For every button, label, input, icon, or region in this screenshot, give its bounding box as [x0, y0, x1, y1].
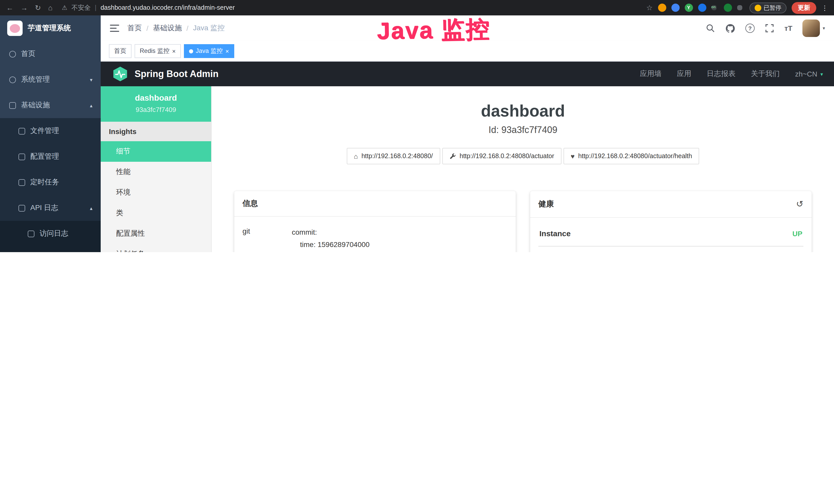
cards-right-column: 健康 ↺ Instance UP: [530, 191, 812, 252]
health-status-badge: UP: [792, 229, 803, 237]
sidebar-item-system-management[interactable]: 系统管理 ▾: [0, 67, 101, 92]
browser-menu-icon[interactable]: ⋮: [821, 4, 828, 12]
chevron-up-icon: ▴: [90, 102, 92, 108]
home-icon: ⌂: [354, 153, 358, 159]
sidebar-item-home[interactable]: 首页: [0, 41, 101, 67]
url-text: dashboard.yudao.iocoder.cn/infra/admin-s…: [101, 4, 235, 11]
sidebar-toggle-icon[interactable]: [110, 25, 119, 32]
sidebar-item-api-log[interactable]: API 日志 ▴: [0, 195, 101, 221]
breadcrumb-section[interactable]: 基础设施: [153, 24, 182, 33]
tab-home[interactable]: 首页: [109, 44, 132, 58]
sba-section-insights: Insights: [101, 122, 211, 141]
screen: ← → ↻ ⌂ ⚠ 不安全 | dashboard.yudao.iocoder.…: [0, 0, 834, 252]
github-icon[interactable]: [725, 23, 735, 33]
cards-left-column: 信息 git commit: time: 1596289704000 id: 2…: [234, 191, 516, 252]
sba-item-scheduled-tasks[interactable]: 计划任务: [101, 244, 211, 252]
sba-main: dashboard Id: 93a3fc7f7409 ⌂ http://192.…: [212, 86, 834, 252]
pig-logo-icon: [7, 21, 23, 36]
back-icon[interactable]: ←: [6, 4, 13, 12]
schedule-icon: [19, 179, 25, 186]
user-menu[interactable]: ▾: [803, 20, 825, 37]
help-icon[interactable]: ?: [745, 24, 755, 33]
health-url-link[interactable]: ♥ http://192.168.0.2:48080/actuator/heal…: [564, 148, 699, 164]
sba-item-classes[interactable]: 类: [101, 203, 211, 223]
instance-links: ⌂ http://192.168.0.2:48080/ http://192.1…: [234, 148, 812, 164]
infrastructure-icon: [9, 102, 16, 109]
chevron-down-icon: ▾: [820, 71, 823, 77]
forward-icon[interactable]: →: [21, 4, 28, 12]
menu-label: API 日志: [30, 203, 58, 212]
admin-header: 首页 / 基础设施 / Java 监控 ?: [101, 16, 834, 41]
sidebar-item-file-management[interactable]: 文件管理: [0, 118, 101, 144]
header-actions: ? тT ▾: [706, 20, 825, 37]
sba-brand-title[interactable]: Spring Boot Admin: [135, 69, 219, 79]
sba-nav-about[interactable]: 关于我们: [751, 69, 780, 78]
menu-label: 定时任务: [30, 178, 59, 187]
menu-label: 配置管理: [30, 152, 59, 161]
actuator-url-link[interactable]: http://192.168.0.2:48080/actuator: [442, 148, 561, 164]
browser-toolbar-right: ☆ Y on 已暂停 更新 ⋮: [646, 2, 828, 14]
update-button[interactable]: 更新: [792, 2, 816, 14]
sba-item-metrics[interactable]: 性能: [101, 162, 211, 182]
chevron-up-icon: ▴: [90, 205, 92, 211]
service-url-link[interactable]: ⌂ http://192.168.0.2:48080/: [347, 148, 440, 164]
chevron-down-icon: ▾: [823, 26, 825, 31]
breadcrumb: 首页 / 基础设施 / Java 监控: [127, 24, 225, 33]
extension-icon-on[interactable]: on: [711, 5, 716, 10]
gear-icon: [9, 76, 16, 83]
reload-icon[interactable]: ↻: [35, 4, 41, 12]
sidebar-item-config-management[interactable]: 配置管理: [0, 144, 101, 169]
app-logo[interactable]: 芋道管理系统: [0, 16, 101, 41]
bookmark-star-icon[interactable]: ☆: [646, 4, 653, 12]
tab-redis-monitor[interactable]: Redis 监控 ×: [135, 44, 181, 58]
extension-icon-leaf[interactable]: [724, 4, 732, 12]
heartbeat-icon: ♥: [571, 153, 575, 159]
close-icon[interactable]: ×: [172, 47, 176, 55]
health-instance-row[interactable]: Instance UP: [539, 227, 804, 247]
sidebar-item-infrastructure[interactable]: 基础设施 ▴: [0, 92, 101, 118]
admin-sidebar: 芋道管理系统 首页 系统管理 ▾ 基础设施 ▴ 文件管理: [0, 16, 101, 252]
extension-icon-orange[interactable]: [658, 4, 666, 12]
sba-item-details[interactable]: 细节: [101, 141, 211, 162]
extension-icon-pin[interactable]: [671, 4, 679, 12]
sidebar-item-error-log[interactable]: 错误日志: [0, 247, 101, 252]
address-bar[interactable]: ⚠ 不安全 | dashboard.yudao.iocoder.cn/infra…: [62, 3, 235, 12]
sba-instance-name: dashboard: [106, 93, 206, 103]
breadcrumb-current: Java 监控: [193, 24, 225, 33]
sba-instance-id: 93a3fc7f7409: [106, 106, 206, 113]
sba-item-config-props[interactable]: 配置属性: [101, 223, 211, 244]
extensions-puzzle-icon[interactable]: [737, 5, 742, 10]
sba-nav: 应用墙 应用 日志报表 关于我们 zh~CN ▾: [640, 69, 823, 78]
info-card-title: 信息: [234, 191, 516, 217]
tab-java-monitor[interactable]: Java 监控 ×: [184, 44, 234, 58]
sba-instance-header[interactable]: dashboard 93a3fc7f7409: [101, 86, 211, 122]
sidebar-item-access-log[interactable]: 访问日志: [0, 221, 101, 247]
breadcrumb-home[interactable]: 首页: [127, 24, 142, 33]
info-value: commit: time: 1596289704000 id: 27aa832 …: [292, 226, 507, 252]
page-title: dashboard: [234, 102, 812, 121]
history-icon[interactable]: ↺: [796, 199, 804, 209]
page-subtitle: Id: 93a3fc7f7409: [234, 125, 812, 136]
fullscreen-icon[interactable]: [765, 24, 774, 33]
sba-locale-select[interactable]: zh~CN ▾: [795, 70, 823, 78]
sba-nav-wallboard[interactable]: 应用墙: [640, 69, 662, 78]
profile-paused-badge[interactable]: 已暂停: [749, 2, 787, 13]
sba-item-environment[interactable]: 环境: [101, 182, 211, 203]
security-label: 不安全: [71, 3, 91, 12]
sba-nav-applications[interactable]: 应用: [677, 69, 692, 78]
browser-home-icon[interactable]: ⌂: [48, 4, 52, 12]
sidebar-item-scheduled-jobs[interactable]: 定时任务: [0, 169, 101, 195]
extension-icon-green[interactable]: Y: [684, 4, 693, 12]
menu-label: 文件管理: [30, 126, 59, 136]
sba-nav-journal[interactable]: 日志报表: [707, 69, 736, 78]
file-icon: [19, 128, 25, 134]
address-divider: |: [95, 4, 96, 11]
paused-label: 已暂停: [764, 4, 781, 12]
main-column: 首页 / 基础设施 / Java 监控 ?: [101, 16, 834, 252]
font-size-icon[interactable]: тT: [785, 24, 792, 32]
extension-icon-grid[interactable]: [698, 4, 706, 12]
profile-emoji-icon: [754, 4, 761, 11]
close-icon[interactable]: ×: [225, 47, 229, 55]
search-icon[interactable]: [706, 24, 715, 33]
admin-app: 芋道管理系统 首页 系统管理 ▾ 基础设施 ▴ 文件管理: [0, 16, 834, 252]
